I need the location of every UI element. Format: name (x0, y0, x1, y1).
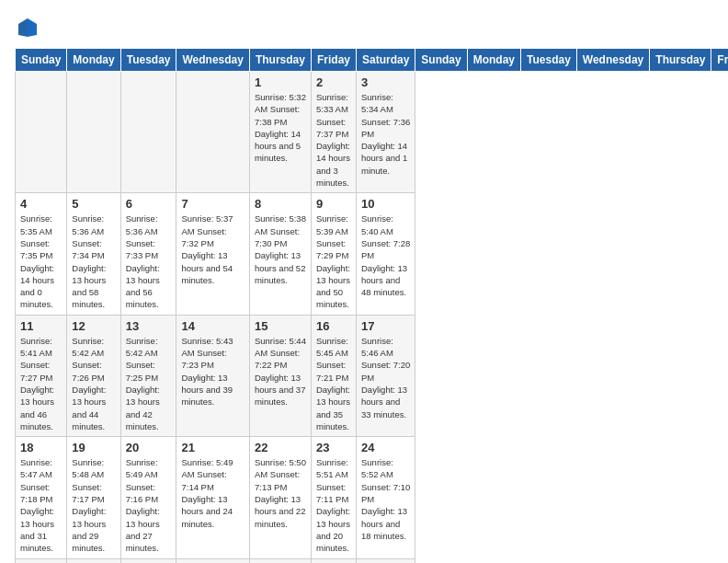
day-number: 14 (181, 319, 244, 333)
day-info: Sunrise: 5:37 AM Sunset: 7:32 PM Dayligh… (181, 213, 244, 286)
column-header-monday: Monday (467, 49, 520, 72)
calendar-cell: 28Sunrise: 5:55 AM Sunset: 7:04 PM Dayli… (176, 558, 249, 563)
day-info: Sunrise: 5:33 AM Sunset: 7:37 PM Dayligh… (316, 91, 351, 189)
day-number: 16 (316, 319, 351, 333)
calendar-cell (120, 72, 176, 193)
column-header-friday: Friday (711, 49, 728, 72)
calendar-cell: 2Sunrise: 5:33 AM Sunset: 7:37 PM Daylig… (311, 72, 356, 193)
day-info: Sunrise: 5:34 AM Sunset: 7:36 PM Dayligh… (361, 91, 410, 177)
day-number: 6 (126, 197, 172, 211)
logo-icon (15, 15, 40, 40)
day-info: Sunrise: 5:44 AM Sunset: 7:22 PM Dayligh… (255, 335, 306, 408)
header (15, 15, 713, 40)
calendar-cell: 12Sunrise: 5:42 AM Sunset: 7:26 PM Dayli… (67, 315, 120, 436)
day-number: 19 (72, 441, 115, 454)
day-info: Sunrise: 5:38 AM Sunset: 7:30 PM Dayligh… (255, 213, 306, 286)
calendar-header-row: SundayMondayTuesdayWednesdayThursdayFrid… (16, 49, 729, 72)
day-info: Sunrise: 5:50 AM Sunset: 7:13 PM Dayligh… (255, 456, 306, 530)
day-info: Sunrise: 5:48 AM Sunset: 7:17 PM Dayligh… (72, 456, 115, 554)
calendar-cell: 22Sunrise: 5:50 AM Sunset: 7:13 PM Dayli… (249, 437, 311, 558)
day-number: 1 (255, 75, 306, 89)
calendar-cell: 23Sunrise: 5:51 AM Sunset: 7:11 PM Dayli… (311, 437, 356, 558)
column-header-sunday: Sunday (16, 49, 67, 72)
calendar-cell: 21Sunrise: 5:49 AM Sunset: 7:14 PM Dayli… (176, 437, 249, 558)
column-header-thursday: Thursday (650, 49, 711, 72)
day-number: 8 (255, 197, 306, 211)
day-number: 24 (361, 441, 410, 454)
calendar-week-row: 1Sunrise: 5:32 AM Sunset: 7:38 PM Daylig… (16, 72, 729, 193)
day-info: Sunrise: 5:49 AM Sunset: 7:14 PM Dayligh… (181, 456, 244, 530)
calendar-cell (16, 72, 67, 193)
calendar-week-row: 25Sunrise: 5:53 AM Sunset: 7:09 PM Dayli… (16, 558, 729, 563)
calendar-cell: 4Sunrise: 5:35 AM Sunset: 7:35 PM Daylig… (16, 193, 67, 315)
column-header-tuesday: Tuesday (120, 49, 176, 72)
calendar-cell: 7Sunrise: 5:37 AM Sunset: 7:32 PM Daylig… (176, 193, 249, 315)
calendar-cell: 11Sunrise: 5:41 AM Sunset: 7:27 PM Dayli… (16, 315, 67, 436)
calendar-cell: 16Sunrise: 5:45 AM Sunset: 7:21 PM Dayli… (311, 315, 356, 436)
column-header-saturday: Saturday (356, 49, 415, 72)
calendar-cell: 30Sunrise: 5:57 AM Sunset: 7:01 PM Dayli… (311, 558, 356, 563)
day-number: 10 (361, 197, 410, 211)
calendar-cell: 29Sunrise: 5:56 AM Sunset: 7:03 PM Dayli… (249, 558, 311, 563)
column-header-wednesday: Wednesday (176, 49, 249, 72)
calendar-table: SundayMondayTuesdayWednesdayThursdayFrid… (15, 48, 728, 563)
calendar-week-row: 4Sunrise: 5:35 AM Sunset: 7:35 PM Daylig… (16, 193, 729, 315)
calendar-cell: 8Sunrise: 5:38 AM Sunset: 7:30 PM Daylig… (249, 193, 311, 315)
calendar-cell: 17Sunrise: 5:46 AM Sunset: 7:20 PM Dayli… (356, 315, 415, 436)
day-number: 21 (181, 441, 244, 454)
day-info: Sunrise: 5:35 AM Sunset: 7:35 PM Dayligh… (20, 213, 62, 310)
calendar-cell: 5Sunrise: 5:36 AM Sunset: 7:34 PM Daylig… (67, 193, 120, 315)
day-number: 17 (361, 319, 410, 333)
day-number: 5 (72, 197, 115, 211)
day-info: Sunrise: 5:52 AM Sunset: 7:10 PM Dayligh… (361, 456, 410, 542)
calendar-cell: 26Sunrise: 5:54 AM Sunset: 7:07 PM Dayli… (67, 558, 120, 563)
calendar-week-row: 18Sunrise: 5:47 AM Sunset: 7:18 PM Dayli… (16, 437, 729, 558)
day-number: 18 (20, 441, 62, 454)
day-info: Sunrise: 5:51 AM Sunset: 7:11 PM Dayligh… (316, 456, 351, 554)
day-number: 3 (361, 75, 410, 89)
calendar-cell: 13Sunrise: 5:42 AM Sunset: 7:25 PM Dayli… (120, 315, 176, 436)
calendar-week-row: 11Sunrise: 5:41 AM Sunset: 7:27 PM Dayli… (16, 315, 729, 436)
column-header-friday: Friday (311, 49, 356, 72)
day-number: 12 (72, 319, 115, 333)
day-info: Sunrise: 5:46 AM Sunset: 7:20 PM Dayligh… (361, 335, 410, 420)
calendar-cell: 19Sunrise: 5:48 AM Sunset: 7:17 PM Dayli… (67, 437, 120, 558)
calendar-cell: 15Sunrise: 5:44 AM Sunset: 7:22 PM Dayli… (249, 315, 311, 436)
calendar-cell: 20Sunrise: 5:49 AM Sunset: 7:16 PM Dayli… (120, 437, 176, 558)
calendar-cell: 1Sunrise: 5:32 AM Sunset: 7:38 PM Daylig… (249, 72, 311, 193)
day-number: 9 (316, 197, 351, 211)
day-info: Sunrise: 5:36 AM Sunset: 7:34 PM Dayligh… (72, 213, 115, 310)
calendar-cell: 25Sunrise: 5:53 AM Sunset: 7:09 PM Dayli… (16, 558, 67, 563)
calendar-cell: 27Sunrise: 5:55 AM Sunset: 7:06 PM Dayli… (120, 558, 176, 563)
column-header-monday: Monday (67, 49, 120, 72)
day-info: Sunrise: 5:36 AM Sunset: 7:33 PM Dayligh… (126, 213, 172, 310)
day-info: Sunrise: 5:47 AM Sunset: 7:18 PM Dayligh… (20, 456, 62, 554)
day-number: 23 (316, 441, 351, 454)
calendar-cell: 14Sunrise: 5:43 AM Sunset: 7:23 PM Dayli… (176, 315, 249, 436)
column-header-wednesday: Wednesday (576, 49, 649, 72)
calendar-cell (176, 72, 249, 193)
day-info: Sunrise: 5:42 AM Sunset: 7:25 PM Dayligh… (126, 335, 172, 432)
calendar-cell: 31Sunrise: 5:58 AM Sunset: 7:00 PM Dayli… (356, 558, 415, 563)
day-info: Sunrise: 5:43 AM Sunset: 7:23 PM Dayligh… (181, 335, 244, 408)
day-number: 13 (126, 319, 172, 333)
calendar-cell: 10Sunrise: 5:40 AM Sunset: 7:28 PM Dayli… (356, 193, 415, 315)
day-number: 11 (20, 319, 62, 333)
calendar-cell: 18Sunrise: 5:47 AM Sunset: 7:18 PM Dayli… (16, 437, 67, 558)
calendar-cell: 9Sunrise: 5:39 AM Sunset: 7:29 PM Daylig… (311, 193, 356, 315)
column-header-sunday: Sunday (415, 49, 467, 72)
day-info: Sunrise: 5:42 AM Sunset: 7:26 PM Dayligh… (72, 335, 115, 432)
day-info: Sunrise: 5:49 AM Sunset: 7:16 PM Dayligh… (126, 456, 172, 554)
logo (15, 15, 42, 40)
day-number: 15 (255, 319, 306, 333)
day-info: Sunrise: 5:45 AM Sunset: 7:21 PM Dayligh… (316, 335, 351, 432)
day-number: 2 (316, 75, 351, 89)
day-info: Sunrise: 5:39 AM Sunset: 7:29 PM Dayligh… (316, 213, 351, 310)
day-info: Sunrise: 5:41 AM Sunset: 7:27 PM Dayligh… (20, 335, 62, 432)
column-header-thursday: Thursday (249, 49, 311, 72)
day-number: 22 (255, 441, 306, 454)
day-info: Sunrise: 5:32 AM Sunset: 7:38 PM Dayligh… (255, 91, 306, 165)
day-number: 7 (181, 197, 244, 211)
column-header-tuesday: Tuesday (521, 49, 577, 72)
day-info: Sunrise: 5:40 AM Sunset: 7:28 PM Dayligh… (361, 213, 410, 298)
